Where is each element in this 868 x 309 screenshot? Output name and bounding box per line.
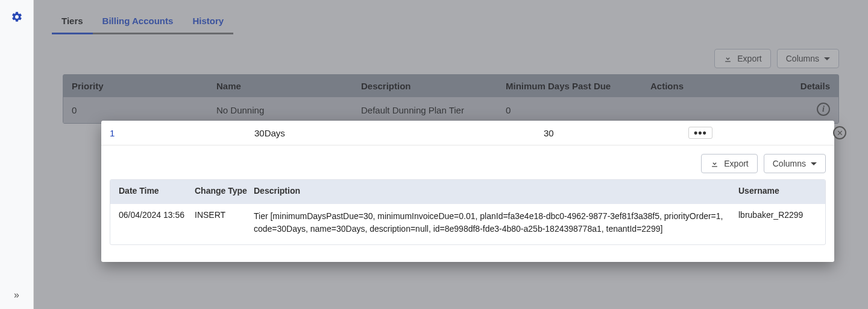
tab-billing-accounts[interactable]: Billing Accounts (101, 12, 175, 34)
col-description[interactable]: Description (361, 81, 506, 91)
table-row[interactable]: 0 No Dunning Default Dunning Plan Tier 0 (63, 97, 838, 123)
export-label: Export (737, 54, 761, 63)
cell-datetime: 06/04/2024 13:56 (119, 210, 191, 220)
panel-export-button[interactable]: Export (701, 154, 757, 173)
cell-priority: 0 (72, 105, 216, 115)
col-username[interactable]: Username (738, 186, 817, 197)
tiers-table: Priority Name Description Minimum Days P… (63, 74, 839, 124)
cell-priority: 1 (110, 128, 254, 138)
panel-columns-button[interactable]: Columns (764, 154, 826, 173)
download-icon (710, 159, 719, 168)
col-actions: Actions (650, 81, 795, 91)
history-row: 06/04/2024 13:56 INSERT Tier [minimumDay… (110, 204, 825, 244)
tier-detail-panel: 1 30Days 30 ••• ✕ Export Columns Date (101, 121, 834, 262)
col-description[interactable]: Description (254, 186, 735, 197)
cell-name: 30Days (254, 128, 399, 138)
col-min-days[interactable]: Minimum Days Past Due (506, 81, 650, 91)
panel-toolbar: Export Columns (101, 145, 834, 179)
panel-export-label: Export (724, 159, 748, 168)
main-content: Tiers Billing Accounts History Export Co… (34, 0, 868, 136)
tabs: Tiers Billing Accounts History (48, 12, 854, 36)
history-table: Date Time Change Type Description Userna… (110, 179, 826, 245)
cell-change-type: INSERT (195, 210, 250, 220)
cell-description: Default Dunning Plan Tier (361, 105, 506, 115)
col-datetime[interactable]: Date Time (119, 186, 191, 197)
cell-actions: ••• (688, 127, 833, 139)
sidebar: » (0, 0, 34, 309)
tiers-table-header: Priority Name Description Minimum Days P… (63, 75, 838, 97)
tab-history[interactable]: History (191, 12, 225, 34)
gear-icon[interactable] (11, 11, 23, 25)
expand-sidebar-icon[interactable]: » (14, 290, 19, 301)
col-priority[interactable]: Priority (72, 81, 216, 91)
history-table-header: Date Time Change Type Description Userna… (110, 180, 825, 204)
cell-min-days: 30 (544, 128, 688, 138)
col-name[interactable]: Name (216, 81, 361, 91)
columns-button[interactable]: Columns (777, 49, 839, 68)
table-row-expanded[interactable]: 1 30Days 30 ••• ✕ (101, 121, 834, 145)
caret-down-icon (824, 57, 830, 63)
download-icon (723, 54, 732, 63)
cell-details (795, 103, 830, 118)
tab-tiers[interactable]: Tiers (60, 12, 84, 34)
col-change-type[interactable]: Change Type (195, 186, 250, 197)
cell-name: No Dunning (216, 105, 361, 115)
cell-details: ✕ (833, 126, 846, 139)
columns-label: Columns (786, 54, 819, 63)
row-actions-menu[interactable]: ••• (688, 127, 712, 139)
export-button[interactable]: Export (714, 49, 770, 68)
panel-columns-label: Columns (773, 159, 806, 168)
col-details: Details (795, 81, 830, 91)
outer-toolbar: Export Columns (63, 49, 839, 68)
cell-description: Tier [minimumDaysPastDue=30, minimumInvo… (254, 210, 735, 236)
cell-min-days: 0 (506, 105, 650, 115)
info-icon[interactable] (817, 103, 830, 116)
close-icon[interactable]: ✕ (833, 126, 846, 139)
cell-username: lbrubaker_R2299 (738, 210, 817, 220)
caret-down-icon (811, 162, 817, 168)
